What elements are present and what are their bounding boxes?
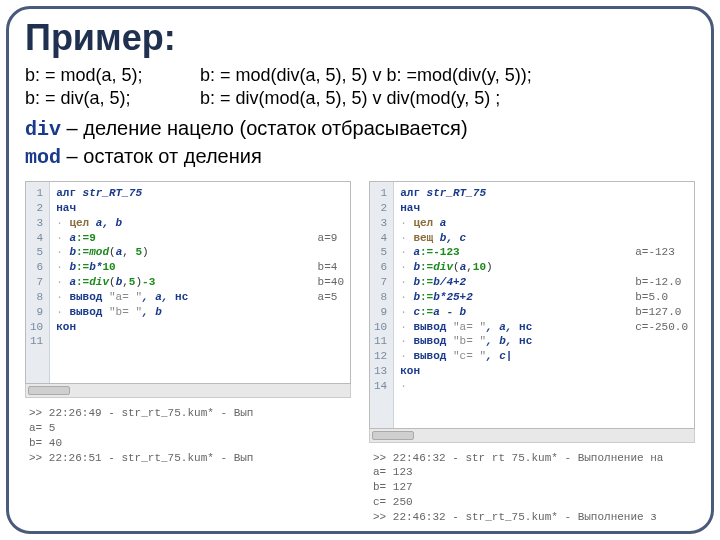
note-div-text: – деление нацело (остаток отбрасывается) xyxy=(61,117,468,139)
op-assign: := xyxy=(76,232,89,244)
out-c: , c| xyxy=(486,350,512,362)
kw-newline: нс xyxy=(519,335,532,347)
op-assign: := xyxy=(420,261,433,273)
str-b: "b= " xyxy=(453,335,486,347)
out-a: , a, xyxy=(486,321,519,333)
eq-r1c1: b: = mod(a, 5); xyxy=(25,65,200,86)
notes-block: div – деление нацело (остаток отбрасывае… xyxy=(25,115,695,171)
kw-end: кон xyxy=(400,365,420,377)
keyword-mod: mod xyxy=(25,146,61,169)
left-console: >> 22:26:49 - str_rt_75.kum* - Вып a= 5 … xyxy=(25,404,351,467)
kw-alg: алг xyxy=(56,187,82,199)
kw-begin: нач xyxy=(400,202,420,214)
indent-dot: · xyxy=(56,246,69,258)
vars-bc: b, c xyxy=(440,232,466,244)
op-assign: := xyxy=(76,246,89,258)
indent-dot: · xyxy=(400,291,413,303)
kw-newline: нс xyxy=(175,291,188,303)
kw-output: вывод xyxy=(69,306,109,318)
indent-dot: · xyxy=(400,232,413,244)
str-c: "c= " xyxy=(453,350,486,362)
paren: ) xyxy=(142,246,149,258)
right-editor: 1 2 3 4 5 6 7 8 9 10 11 12 13 14 алг str… xyxy=(369,181,695,429)
eq-r2c1: b: = div(a, 5); xyxy=(25,88,200,109)
indent-dot: · xyxy=(400,350,413,362)
num-m3: -3 xyxy=(142,276,155,288)
note-mod-text: – остаток от деления xyxy=(61,145,262,167)
fn-div: div xyxy=(89,276,109,288)
prog-name: str_RT_75 xyxy=(427,187,486,199)
right-console: >> 22:46:32 - str rt 75.kum* - Выполнени… xyxy=(369,449,695,527)
kw-output: вывод xyxy=(69,291,109,303)
num-9: 9 xyxy=(89,232,96,244)
op-assign: := xyxy=(420,276,433,288)
kw-begin: нач xyxy=(56,202,76,214)
slide-title: Пример: xyxy=(25,17,695,59)
prog-name: str_RT_75 xyxy=(83,187,142,199)
paren: ( xyxy=(453,261,460,273)
example-row-1: b: = mod(a, 5); b: = mod(div(a, 5), 5) v… xyxy=(25,65,695,86)
kw-output: вывод xyxy=(413,350,453,362)
str-a: "a= " xyxy=(453,321,486,333)
paren: ( xyxy=(109,276,116,288)
screenshots-row: 1 2 3 4 5 6 7 8 9 10 11 алг str_RT_75 на… xyxy=(25,181,695,527)
indent-dot: · xyxy=(56,276,69,288)
kw-output: вывод xyxy=(413,335,453,347)
out-b: , b, xyxy=(486,335,519,347)
left-scrollbar[interactable] xyxy=(25,384,351,398)
example-row-2: b: = div(a, 5); b: = div(mod(a, 5), 5) v… xyxy=(25,88,695,109)
indent-dot: · xyxy=(400,276,413,288)
op-assign: := xyxy=(76,276,89,288)
kw-alg: алг xyxy=(400,187,426,199)
indent-dot: · xyxy=(400,380,407,392)
right-runtime-values: a=-123 b=-12.0 b=5.0 b=127.0 c=-250.0 xyxy=(635,186,688,334)
left-screenshot: 1 2 3 4 5 6 7 8 9 10 11 алг str_RT_75 на… xyxy=(25,181,351,527)
op-assign: := xyxy=(420,306,433,318)
left-editor: 1 2 3 4 5 6 7 8 9 10 11 алг str_RT_75 на… xyxy=(25,181,351,384)
kw-newline: нс xyxy=(519,321,532,333)
var-a: a xyxy=(440,217,447,229)
left-gutter: 1 2 3 4 5 6 7 8 9 10 11 xyxy=(26,182,50,383)
kw-real: вещ xyxy=(413,232,439,244)
paren: ) xyxy=(486,261,493,273)
eq-r2c2: b: = div(mod(a, 5), 5) v div(mod(y, 5) ; xyxy=(200,88,695,109)
indent-dot: · xyxy=(56,261,69,273)
num-m123: -123 xyxy=(433,246,459,258)
eq-r1c2: b: = mod(div(a, 5), 5) v b: =mod(div(y, … xyxy=(200,65,695,86)
num-10: 10 xyxy=(102,261,115,273)
right-scrollbar[interactable] xyxy=(369,429,695,443)
indent-dot: · xyxy=(400,261,413,273)
op-assign: := xyxy=(420,291,433,303)
indent-dot: · xyxy=(56,217,69,229)
slide-frame: Пример: b: = mod(a, 5); b: = mod(div(a, … xyxy=(6,6,714,534)
right-code: алг str_RT_75 нач · цел a · вещ b, c · a… xyxy=(394,182,694,428)
str-b: "b= " xyxy=(109,306,142,318)
indent-dot: · xyxy=(400,306,413,318)
left-code: алг str_RT_75 нач · цел a, b · a:=9 · b:… xyxy=(50,182,350,383)
op-assign: := xyxy=(76,261,89,273)
str-a: "a= " xyxy=(109,291,142,303)
kw-output: вывод xyxy=(413,321,453,333)
right-gutter: 1 2 3 4 5 6 7 8 9 10 11 12 13 14 xyxy=(370,182,394,428)
op-assign: := xyxy=(420,246,433,258)
indent-dot: · xyxy=(400,321,413,333)
expr-bmul: b* xyxy=(89,261,102,273)
indent-dot: · xyxy=(56,306,69,318)
expr-bdiv4: b/4+2 xyxy=(433,276,466,288)
indent-dot: · xyxy=(56,232,69,244)
fn-mod: mod xyxy=(89,246,109,258)
out-b: , b xyxy=(142,306,162,318)
expr-amb: a - b xyxy=(433,306,466,318)
comma: , xyxy=(122,276,129,288)
comma: , xyxy=(466,261,473,273)
indent-dot: · xyxy=(400,217,413,229)
right-screenshot: 1 2 3 4 5 6 7 8 9 10 11 12 13 14 алг str… xyxy=(369,181,695,527)
keyword-div: div xyxy=(25,118,61,141)
indent-dot: · xyxy=(400,335,413,347)
comma: , xyxy=(122,246,135,258)
left-runtime-values: a=9 b=4 b=40 a=5 xyxy=(318,186,344,305)
kw-int: цел xyxy=(413,217,439,229)
num-10: 10 xyxy=(473,261,486,273)
indent-dot: · xyxy=(56,291,69,303)
expr-bmul25: b*25+2 xyxy=(433,291,473,303)
